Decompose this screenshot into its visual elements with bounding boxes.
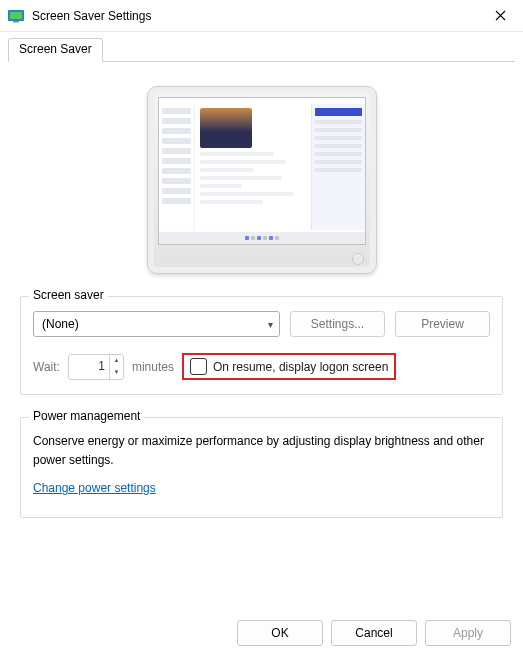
power-management-group: Power management Conserve energy or maxi… <box>20 417 503 518</box>
titlebar: Screen Saver Settings <box>0 0 523 32</box>
wait-value: 1 <box>69 355 109 379</box>
on-resume-highlight: On resume, display logon screen <box>182 353 396 380</box>
wait-unit: minutes <box>132 360 174 374</box>
power-management-title: Power management <box>29 409 144 423</box>
tab-screen-saver[interactable]: Screen Saver <box>8 38 103 62</box>
spin-down-icon[interactable]: ▼ <box>110 367 123 379</box>
window-title: Screen Saver Settings <box>32 9 485 23</box>
change-power-settings-link[interactable]: Change power settings <box>33 481 156 495</box>
dialog-footer: OK Cancel Apply <box>237 620 511 646</box>
screen-saver-group: Screen saver (None) ▾ Settings... Previe… <box>20 296 503 395</box>
spin-up-icon[interactable]: ▲ <box>110 355 123 367</box>
close-icon <box>495 10 506 21</box>
ok-button[interactable]: OK <box>237 620 323 646</box>
cancel-button[interactable]: Cancel <box>331 620 417 646</box>
close-button[interactable] <box>485 1 515 31</box>
apply-button[interactable]: Apply <box>425 620 511 646</box>
power-management-desc: Conserve energy or maximize performance … <box>33 432 490 469</box>
on-resume-checkbox[interactable] <box>190 358 207 375</box>
svg-rect-2 <box>13 21 19 23</box>
on-resume-label: On resume, display logon screen <box>213 360 388 374</box>
wait-spinbox[interactable]: 1 ▲ ▼ <box>68 354 124 380</box>
monitor-power-icon <box>352 253 364 265</box>
app-icon <box>8 8 24 24</box>
svg-rect-1 <box>10 12 22 19</box>
settings-button[interactable]: Settings... <box>290 311 385 337</box>
wait-label: Wait: <box>33 360 60 374</box>
preview-monitor <box>20 72 503 296</box>
screen-saver-dropdown[interactable]: (None) ▾ <box>33 311 280 337</box>
screen-saver-group-title: Screen saver <box>29 288 108 302</box>
tabstrip: Screen Saver <box>8 38 515 62</box>
dropdown-value: (None) <box>42 317 79 331</box>
chevron-down-icon: ▾ <box>268 319 273 330</box>
preview-button[interactable]: Preview <box>395 311 490 337</box>
